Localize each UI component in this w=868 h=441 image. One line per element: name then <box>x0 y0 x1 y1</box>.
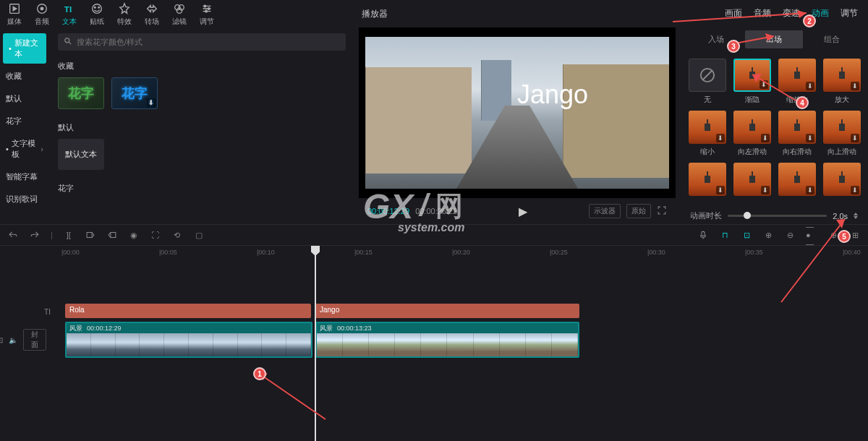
animation-preset[interactable]: ⬇放大 <box>823 59 861 105</box>
track-text-icon[interactable]: TI <box>44 308 51 316</box>
ruler-mark: |00:10 <box>257 249 275 256</box>
split-button[interactable]: ][ <box>63 229 75 241</box>
tab-effect[interactable]: 特效 <box>117 2 132 27</box>
rtab-adjust[interactable]: 调节 <box>841 7 858 20</box>
play-button[interactable]: ▶ <box>519 205 527 218</box>
download-icon: ⬇ <box>806 82 814 90</box>
rtab-picture[interactable]: 画面 <box>725 7 742 20</box>
zoom-slider[interactable]: —●— <box>806 229 817 241</box>
tab-media[interactable]: 媒体 <box>7 2 22 27</box>
rtab-speed[interactable]: 变速 <box>783 7 800 20</box>
video-clip[interactable]: 风景00:00:13:23 <box>315 322 579 358</box>
side-nav-smart-caption[interactable]: 智能字幕 <box>0 167 49 187</box>
mute-icon[interactable]: ⊡ <box>0 336 3 344</box>
player-controls: 00:00:12:29 00:00:26:22 ▶ 示波器 原始 <box>354 198 680 224</box>
tab-filter[interactable]: 滤镜 <box>172 2 187 27</box>
right-tabs: 画面 音频 变速 动画 调节 <box>680 0 868 26</box>
ruler-mark: |00:00 <box>61 249 80 256</box>
tab-transition[interactable]: 转场 <box>145 2 159 27</box>
animation-preset[interactable]: ⬇ <box>733 163 771 199</box>
animation-preset[interactable]: ⬇ <box>823 163 861 199</box>
delete-left-button[interactable] <box>85 229 96 241</box>
preset-thumb[interactable]: 花字 <box>58 77 104 109</box>
original-button[interactable]: 原始 <box>626 204 651 218</box>
ruler-mark: |00:40 <box>843 249 861 256</box>
search-input[interactable] <box>77 38 340 46</box>
fit-icon[interactable]: ⊞ <box>849 229 861 241</box>
magnet-icon[interactable]: ⊓ <box>719 229 731 241</box>
svg-point-10 <box>204 5 206 7</box>
nav-label: 新建文本 <box>14 38 41 59</box>
svg-point-2 <box>41 7 43 10</box>
lock-icon[interactable]: 🔈 <box>9 336 17 344</box>
download-icon: ⬇ <box>716 134 725 142</box>
search-bar[interactable] <box>58 33 346 51</box>
download-icon: ⬇ <box>806 186 814 194</box>
text-clip[interactable]: Jango <box>315 304 579 318</box>
preset-text: 花字 <box>68 85 94 102</box>
side-nav-templates[interactable]: • 文字模板 <box>0 134 49 164</box>
preset-thumb[interactable]: 花字⬇ <box>111 77 158 109</box>
download-icon: ⬇ <box>851 82 859 90</box>
animation-preset[interactable]: ⬇渐隐 <box>733 59 771 105</box>
mirror-button[interactable]: ▢ <box>193 229 205 241</box>
download-icon: ⬇ <box>761 186 770 194</box>
side-nav-default[interactable]: 默认 <box>0 89 49 108</box>
default-text-preset[interactable]: 默认文本 <box>58 139 104 170</box>
undo-button[interactable] <box>7 229 19 241</box>
mic-icon[interactable] <box>697 229 709 241</box>
scope-button[interactable]: 示波器 <box>589 204 621 218</box>
time-current: 00:00:12:29 <box>367 207 409 215</box>
player-stage[interactable]: Jango <box>359 27 676 198</box>
reverse-button[interactable]: ⟲ <box>171 229 183 241</box>
annotation-4: 4 <box>796 96 809 109</box>
animation-preset[interactable]: ⬇向左滑动 <box>733 111 771 157</box>
ruler-mark: |00:15 <box>354 249 373 256</box>
duration-stepper[interactable] <box>854 213 858 219</box>
tab-label: 媒体 <box>7 17 22 27</box>
tab-adjust[interactable]: 调节 <box>200 2 214 27</box>
side-nav-new-text[interactable]: • 新建文本 <box>3 33 46 64</box>
redo-button[interactable] <box>29 229 41 241</box>
animation-preset[interactable]: ⬇向右滑动 <box>778 111 816 157</box>
download-icon: ⬇ <box>806 134 814 142</box>
svg-rect-16 <box>111 233 116 238</box>
fullscreen-icon[interactable] <box>657 205 667 217</box>
tab-sticker[interactable]: 贴纸 <box>90 2 104 27</box>
animation-preset[interactable]: ⬇ <box>778 163 816 199</box>
tab-audio[interactable]: 音频 <box>35 2 49 27</box>
tab-label: 文本 <box>62 17 77 27</box>
side-nav-favorites[interactable]: 收藏 <box>0 67 49 86</box>
speed-button[interactable]: ◉ <box>128 229 140 241</box>
animation-preset[interactable]: 无 <box>689 59 726 105</box>
cover-button[interactable]: 封面 <box>23 329 46 351</box>
animation-preset[interactable]: ⬇ <box>689 163 726 199</box>
video-preview: Jango <box>365 37 669 189</box>
ruler-mark: |00:05 <box>159 249 177 256</box>
duration-row: 动画时长 2.0s <box>680 207 868 224</box>
zoom-out-icon[interactable]: ⊖ <box>784 229 796 241</box>
text-clip[interactable]: Rola <box>65 304 311 318</box>
subtab-out[interactable]: 出场 <box>745 30 803 48</box>
search-icon <box>64 37 72 47</box>
animation-preset[interactable]: ⬇缩小 <box>689 111 726 157</box>
download-icon[interactable]: ⬇ <box>147 98 156 107</box>
side-nav-lyrics[interactable]: 识别歌词 <box>0 189 49 209</box>
duration-slider[interactable] <box>728 215 827 217</box>
anim-label: 向上滑动 <box>827 147 856 157</box>
link-icon[interactable]: ⊡ <box>741 229 752 241</box>
timeline[interactable]: |00:00|00:05|00:10|00:15|00:20|00:25|00:… <box>0 246 868 441</box>
align-icon[interactable]: ⊕ <box>762 229 774 241</box>
side-nav-fancy[interactable]: 花字 <box>0 111 49 131</box>
tab-label: 滤镜 <box>172 17 187 27</box>
svg-point-11 <box>208 8 210 10</box>
subtab-combo[interactable]: 组合 <box>803 30 861 48</box>
animation-preset[interactable]: ⬇向上滑动 <box>823 111 861 157</box>
video-clip[interactable]: 风景00:00:12:29 <box>65 322 312 358</box>
tab-text[interactable]: TI文本 <box>62 2 77 27</box>
crop-tool[interactable]: ⛶ <box>150 229 161 241</box>
playhead[interactable] <box>315 246 316 441</box>
delete-right-button[interactable] <box>106 229 118 241</box>
annotation-1: 1 <box>253 367 266 380</box>
rtab-audio[interactable]: 音频 <box>754 7 771 20</box>
